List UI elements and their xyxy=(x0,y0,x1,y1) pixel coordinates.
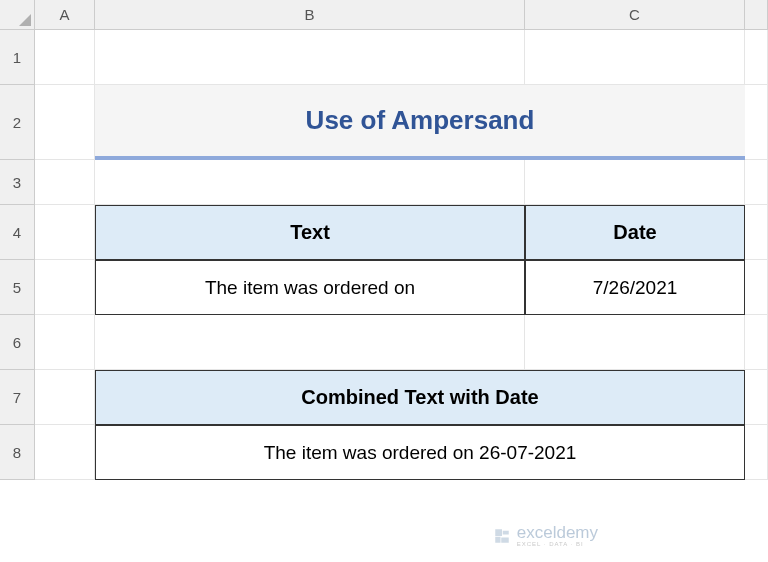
cell-a7[interactable] xyxy=(35,370,95,425)
select-all-corner[interactable] xyxy=(0,0,35,30)
cell-d2[interactable] xyxy=(745,85,768,160)
row-header-5[interactable]: 5 xyxy=(0,260,35,315)
col-header-c[interactable]: C xyxy=(525,0,745,30)
combined-header[interactable]: Combined Text with Date xyxy=(95,370,745,425)
row-header-3[interactable]: 3 xyxy=(0,160,35,205)
cell-d8[interactable] xyxy=(745,425,768,480)
exceldemy-logo-icon xyxy=(493,527,511,545)
watermark-main: exceldemy xyxy=(517,524,598,541)
col-header-a[interactable]: A xyxy=(35,0,95,30)
cell-c6[interactable] xyxy=(525,315,745,370)
col-header-b[interactable]: B xyxy=(95,0,525,30)
row-header-6[interactable]: 6 xyxy=(0,315,35,370)
cell-b3[interactable] xyxy=(95,160,525,205)
cell-a5[interactable] xyxy=(35,260,95,315)
spreadsheet-grid: A B C 1 2 Use of Ampersand 3 4 Text Date… xyxy=(0,0,768,562)
cell-c1[interactable] xyxy=(525,30,745,85)
cell-d7[interactable] xyxy=(745,370,768,425)
cell-b1[interactable] xyxy=(95,30,525,85)
row-header-7[interactable]: 7 xyxy=(0,370,35,425)
cell-a6[interactable] xyxy=(35,315,95,370)
row-header-8[interactable]: 8 xyxy=(0,425,35,480)
cell-a1[interactable] xyxy=(35,30,95,85)
cell-d5[interactable] xyxy=(745,260,768,315)
cell-a2[interactable] xyxy=(35,85,95,160)
data-date[interactable]: 7/26/2021 xyxy=(525,260,745,315)
col-header-blank[interactable] xyxy=(745,0,768,30)
cell-d6[interactable] xyxy=(745,315,768,370)
cell-d1[interactable] xyxy=(745,30,768,85)
row-header-4[interactable]: 4 xyxy=(0,205,35,260)
row-header-1[interactable]: 1 xyxy=(0,30,35,85)
header-text[interactable]: Text xyxy=(95,205,525,260)
cell-a3[interactable] xyxy=(35,160,95,205)
cell-c3[interactable] xyxy=(525,160,745,205)
cell-b6[interactable] xyxy=(95,315,525,370)
cell-d4[interactable] xyxy=(745,205,768,260)
data-text[interactable]: The item was ordered on xyxy=(95,260,525,315)
combined-value[interactable]: The item was ordered on 26-07-2021 xyxy=(95,425,745,480)
cell-a8[interactable] xyxy=(35,425,95,480)
cell-d3[interactable] xyxy=(745,160,768,205)
header-date[interactable]: Date xyxy=(525,205,745,260)
watermark: exceldemy EXCEL · DATA · BI xyxy=(493,524,598,547)
cell-a4[interactable] xyxy=(35,205,95,260)
row-header-2[interactable]: 2 xyxy=(0,85,35,160)
watermark-sub: EXCEL · DATA · BI xyxy=(517,541,598,547)
title-cell[interactable]: Use of Ampersand xyxy=(95,85,745,160)
